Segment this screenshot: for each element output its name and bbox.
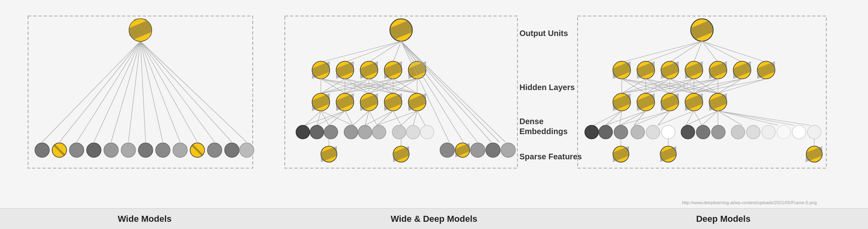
svg-point-235	[807, 125, 821, 139]
svg-point-221	[585, 125, 598, 139]
deep-models-label-bar: Deep Models	[579, 209, 868, 229]
svg-line-191	[718, 79, 766, 93]
svg-point-110	[296, 125, 310, 139]
svg-line-97	[317, 111, 345, 125]
svg-line-8	[77, 41, 140, 142]
svg-point-135	[486, 143, 500, 157]
svg-line-218	[718, 111, 778, 125]
svg-point-28	[173, 143, 187, 157]
wide-deep-models-label-bar: Wide & Deep Models	[289, 209, 578, 229]
svg-point-229	[712, 125, 725, 139]
svg-line-43	[345, 41, 401, 62]
svg-line-214	[686, 111, 718, 125]
svg-point-27	[156, 143, 170, 157]
svg-line-93	[317, 111, 321, 125]
svg-point-113	[344, 125, 358, 139]
dense-embeddings-label-2: Embeddings	[519, 127, 568, 136]
svg-point-23	[87, 143, 101, 157]
svg-line-99	[345, 111, 353, 125]
output-units-label: Output Units	[519, 29, 568, 38]
wide-models-label-bar: Wide Models	[0, 209, 289, 229]
svg-line-143	[670, 41, 702, 62]
svg-line-101	[365, 111, 369, 125]
svg-point-222	[599, 125, 612, 139]
svg-line-219	[718, 111, 794, 125]
svg-line-100	[353, 111, 369, 125]
svg-point-25	[121, 143, 136, 157]
svg-line-7	[59, 41, 140, 142]
svg-line-145	[702, 41, 718, 62]
svg-line-208	[620, 111, 670, 125]
url-text: http://www.deeplearning.ai/wp-content/up…	[682, 200, 817, 205]
svg-point-118	[420, 125, 434, 139]
svg-line-106	[377, 111, 417, 125]
svg-line-107	[401, 111, 417, 125]
svg-line-211	[658, 111, 694, 125]
svg-line-44	[369, 41, 401, 62]
svg-point-232	[762, 125, 775, 139]
svg-point-24	[104, 143, 118, 157]
svg-line-212	[686, 111, 694, 125]
svg-line-11	[128, 41, 140, 142]
svg-point-234	[792, 125, 806, 139]
svg-line-204	[620, 111, 622, 125]
svg-line-14	[140, 41, 180, 142]
main-container: Output Units Hidden Layers Dense Embeddi…	[0, 0, 868, 229]
wide-deep-models-label: Wide & Deep Models	[391, 214, 477, 224]
svg-point-136	[501, 143, 515, 157]
svg-line-15	[140, 41, 197, 142]
svg-line-103	[365, 111, 393, 125]
svg-line-96	[305, 111, 345, 125]
svg-line-12	[140, 41, 146, 142]
svg-point-19	[35, 143, 49, 157]
svg-point-224	[631, 125, 645, 139]
svg-point-226	[661, 125, 675, 139]
svg-line-146	[702, 41, 742, 62]
svg-point-131	[440, 143, 454, 157]
svg-line-108	[413, 111, 417, 125]
svg-line-202	[594, 111, 622, 125]
svg-point-231	[746, 125, 760, 139]
svg-line-42	[321, 41, 401, 62]
svg-point-228	[696, 125, 710, 139]
svg-point-115	[372, 125, 386, 139]
svg-line-220	[718, 111, 810, 125]
svg-line-18	[140, 41, 247, 142]
svg-point-33	[239, 143, 254, 157]
svg-line-109	[417, 111, 425, 125]
svg-point-117	[406, 125, 420, 139]
svg-line-9	[94, 41, 140, 142]
svg-point-116	[392, 125, 406, 139]
svg-line-92	[305, 111, 321, 125]
svg-point-134	[471, 143, 485, 157]
deep-models-label: Deep Models	[696, 214, 750, 224]
svg-point-223	[614, 125, 628, 139]
svg-line-144	[694, 41, 702, 62]
svg-line-147	[702, 41, 766, 62]
svg-point-230	[731, 125, 745, 139]
wide-models-label: Wide Models	[118, 214, 172, 224]
svg-line-102	[369, 111, 377, 125]
svg-point-111	[310, 125, 324, 139]
svg-line-213	[694, 111, 702, 125]
svg-line-206	[620, 111, 646, 125]
svg-line-142	[646, 41, 702, 62]
svg-line-141	[622, 41, 702, 62]
svg-point-112	[324, 125, 338, 139]
svg-line-215	[702, 111, 718, 125]
svg-point-114	[358, 125, 372, 139]
svg-point-225	[646, 125, 660, 139]
dense-embeddings-label-1: Dense	[519, 117, 544, 126]
svg-point-227	[681, 125, 695, 139]
hidden-layers-label: Hidden Layers	[519, 83, 575, 92]
svg-point-233	[777, 125, 791, 139]
svg-point-26	[138, 143, 153, 157]
svg-point-31	[207, 143, 222, 157]
svg-point-32	[225, 143, 239, 157]
svg-line-45	[393, 41, 401, 62]
sparse-features-label: Sparse Features	[519, 152, 582, 161]
svg-point-22	[69, 143, 84, 157]
svg-line-17	[140, 41, 232, 142]
diagram-area: Output Units Hidden Layers Dense Embeddi…	[0, 0, 868, 208]
